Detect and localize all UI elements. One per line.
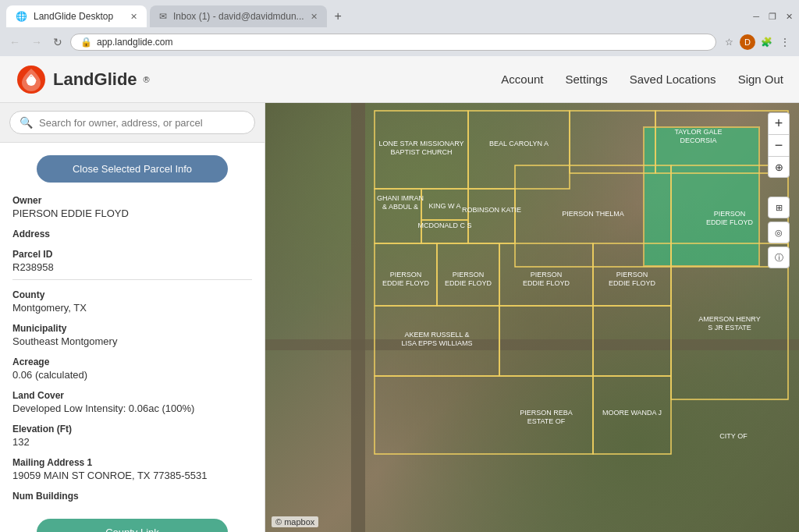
- bookmark-icon[interactable]: ☆: [721, 34, 737, 50]
- svg-text:& ABDUL &: & ABDUL &: [382, 203, 418, 211]
- svg-text:CITY OF: CITY OF: [719, 432, 748, 440]
- mapbox-attribution: © mapbox: [272, 516, 318, 527]
- svg-text:GHANI IMRAN: GHANI IMRAN: [377, 194, 424, 202]
- address-bar-row: ← → ↻ 🔒 app.landglide.com ☆ D 🧩 ⋮: [0, 28, 799, 56]
- tab-bar: 🌐 LandGlide Desktop ✕ ✉ Inbox (1) - davi…: [0, 0, 799, 28]
- county-value: Montgomery, TX: [12, 302, 252, 314]
- divider-1: [12, 279, 252, 280]
- sidebar: 🔍 Close Selected Parcel Info Owner PIERS…: [0, 103, 265, 532]
- tab-favicon-landglide: 🌐: [16, 11, 27, 22]
- elevation-value: 132: [12, 436, 252, 448]
- tab-close-gmail[interactable]: ✕: [311, 12, 318, 22]
- svg-text:KING W A: KING W A: [428, 202, 460, 210]
- location-button[interactable]: ◎: [768, 222, 790, 243]
- owner-value: PIERSON EDDIE FLOYD: [12, 207, 252, 219]
- side-controls: ⊞ ◎ ⓘ: [768, 197, 790, 268]
- svg-text:DECORSIA: DECORSIA: [680, 137, 716, 144]
- forward-button[interactable]: →: [28, 34, 45, 50]
- sign-out-link[interactable]: Sign Out: [738, 73, 783, 86]
- svg-text:BEAL CAROLYN A: BEAL CAROLYN A: [489, 140, 549, 147]
- extension-icon[interactable]: 🧩: [758, 34, 774, 50]
- svg-rect-4: [570, 111, 655, 173]
- saved-locations-link[interactable]: Saved Locations: [630, 73, 716, 86]
- layers-button[interactable]: ⊞: [768, 197, 790, 218]
- account-link[interactable]: Account: [501, 73, 543, 86]
- tab-close-landglide[interactable]: ✕: [130, 12, 137, 22]
- parcel-id-value: R238958: [12, 261, 252, 273]
- svg-rect-18: [499, 306, 593, 376]
- tab-title-landglide: LandGlide Desktop: [34, 11, 113, 22]
- profile-icon[interactable]: D: [740, 34, 755, 50]
- svg-text:PIERSON: PIERSON: [714, 210, 746, 218]
- parcel-info-panel: Close Selected Parcel Info Owner PIERSON…: [0, 143, 265, 532]
- close-parcel-button[interactable]: Close Selected Parcel Info: [37, 155, 229, 183]
- map-area[interactable]: LONE STAR MISSIONARY BAPTIST CHURCH BEAL…: [265, 103, 799, 532]
- svg-text:ESTATE OF: ESTATE OF: [527, 417, 566, 425]
- svg-text:PIERSON THELMA: PIERSON THELMA: [562, 210, 623, 218]
- zoom-in-button[interactable]: +: [768, 112, 790, 134]
- add-tab-button[interactable]: +: [332, 9, 345, 23]
- compass-button[interactable]: ⊕: [768, 156, 790, 178]
- close-btn[interactable]: ✕: [786, 12, 793, 22]
- menu-icon[interactable]: ⋮: [777, 34, 793, 50]
- tab-favicon-gmail: ✉: [159, 11, 167, 22]
- svg-text:BAPTIST CHURCH: BAPTIST CHURCH: [391, 148, 453, 156]
- municipality-value: Southeast Montgomery: [12, 335, 252, 347]
- tab-title-gmail: Inbox (1) - david@davidmdun...: [173, 11, 304, 22]
- svg-text:MOORE WANDA J: MOORE WANDA J: [602, 409, 662, 417]
- tab-landglide[interactable]: 🌐 LandGlide Desktop ✕: [6, 5, 147, 27]
- address-bar[interactable]: 🔒 app.landglide.com: [70, 34, 716, 51]
- svg-text:TAYLOR GALE: TAYLOR GALE: [674, 128, 722, 136]
- county-link-button[interactable]: County Link: [37, 519, 229, 532]
- svg-text:AMERSON HENRY: AMERSON HENRY: [698, 315, 760, 323]
- search-input[interactable]: [39, 117, 245, 129]
- app-logo-text: LandGlide: [53, 69, 137, 90]
- municipality-label: Municipality: [12, 323, 252, 334]
- county-label: County: [12, 289, 252, 300]
- search-container: 🔍: [0, 103, 265, 143]
- acreage-label: Acreage: [12, 356, 252, 367]
- svg-text:PIERSON: PIERSON: [616, 271, 648, 278]
- svg-rect-3: [468, 111, 570, 189]
- mailing-address-value: 19059 MAIN ST CONROE, TX 77385-5531: [12, 470, 252, 481]
- zoom-controls: + − ⊕: [768, 112, 790, 178]
- svg-text:PIERSON: PIERSON: [453, 271, 485, 278]
- svg-text:PIERSON: PIERSON: [531, 271, 563, 278]
- main-layout: 🔍 Close Selected Parcel Info Owner PIERS…: [0, 103, 799, 532]
- land-cover-label: Land Cover: [12, 390, 252, 401]
- landglide-logo-icon: [16, 64, 47, 95]
- toolbar-icons: ☆ D 🧩 ⋮: [721, 34, 793, 50]
- svg-text:PIERSON REBA: PIERSON REBA: [520, 409, 573, 417]
- svg-text:EDDIE FLOYD: EDDIE FLOYD: [523, 279, 570, 287]
- num-buildings-label: Num Buildings: [12, 491, 252, 502]
- logo-trademark: ®: [144, 75, 150, 84]
- svg-text:S JR ESTATE: S JR ESTATE: [708, 324, 751, 332]
- svg-text:ROBINSON KATIE: ROBINSON KATIE: [462, 206, 521, 214]
- svg-text:LISA EPPS WILLIAMS: LISA EPPS WILLIAMS: [401, 339, 472, 347]
- tab-gmail[interactable]: ✉ Inbox (1) - david@davidmdun... ✕: [150, 5, 327, 27]
- svg-text:LONE STAR MISSIONARY: LONE STAR MISSIONARY: [378, 140, 463, 147]
- logo-area: LandGlide®: [16, 64, 150, 95]
- url-display: app.landglide.com: [97, 37, 172, 48]
- search-icon: 🔍: [20, 116, 33, 129]
- settings-link[interactable]: Settings: [566, 73, 608, 86]
- zoom-out-button[interactable]: −: [768, 134, 790, 156]
- mailing-address-label: Mailing Address 1: [12, 457, 252, 468]
- map-parcel-overlay: LONE STAR MISSIONARY BAPTIST CHURCH BEAL…: [265, 103, 799, 532]
- restore-btn[interactable]: ❐: [769, 12, 776, 22]
- app-header: LandGlide® Account Settings Saved Locati…: [0, 56, 799, 103]
- back-button[interactable]: ←: [6, 34, 23, 50]
- parcel-info-content: Owner PIERSON EDDIE FLOYD Address Parcel…: [12, 195, 252, 512]
- owner-label: Owner: [12, 195, 252, 206]
- refresh-button[interactable]: ↻: [50, 34, 66, 50]
- svg-rect-19: [593, 306, 671, 376]
- svg-rect-9: [468, 189, 515, 243]
- lock-icon: 🔒: [80, 37, 92, 48]
- search-bar[interactable]: 🔍: [9, 111, 255, 134]
- minimize-btn[interactable]: ─: [753, 12, 759, 21]
- info-button[interactable]: ⓘ: [768, 246, 790, 268]
- svg-text:EDDIE FLOYD: EDDIE FLOYD: [706, 218, 754, 226]
- svg-text:EDDIE FLOYD: EDDIE FLOYD: [445, 279, 492, 287]
- elevation-label: Elevation (Ft): [12, 424, 252, 434]
- svg-text:EDDIE FLOYD: EDDIE FLOYD: [382, 279, 430, 287]
